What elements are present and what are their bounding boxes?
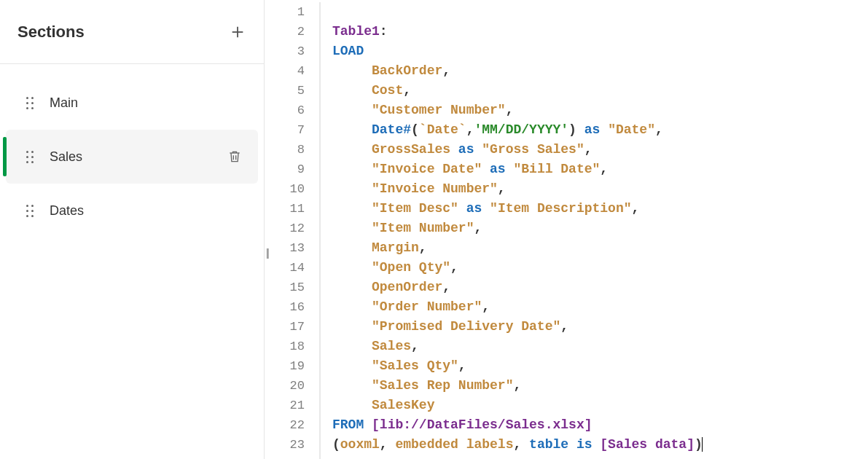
drag-handle-icon[interactable] <box>26 151 34 163</box>
gutter-border <box>319 2 321 459</box>
sidebar-list: Main Sales Dates <box>0 64 264 249</box>
resize-handle-icon[interactable]: || <box>266 247 268 259</box>
line-number-gutter: 1 2 3 4 5 6 7 8 9 10 11 12 13 14 15 16 1… <box>265 2 319 459</box>
drag-handle-icon[interactable] <box>26 205 34 217</box>
sidebar-item-label: Sales <box>50 149 207 165</box>
sidebar-item-label: Dates <box>50 203 246 219</box>
sidebar-item-sales[interactable]: Sales <box>6 130 258 184</box>
token-keyword: LOAD <box>332 44 364 58</box>
sidebar-item-dates[interactable]: Dates <box>6 184 258 238</box>
sidebar-item-label: Main <box>50 95 246 111</box>
code-content[interactable]: Table1: LOAD BackOrder, Cost, "Customer … <box>332 2 821 459</box>
sidebar-title: Sections <box>17 23 85 42</box>
sidebar-item-main[interactable]: Main <box>6 76 258 130</box>
sections-sidebar: Sections Main Sales <box>0 0 265 459</box>
drag-handle-icon[interactable] <box>26 97 34 109</box>
sidebar-header: Sections <box>0 0 264 64</box>
add-section-button[interactable] <box>224 19 251 45</box>
selected-indicator <box>3 137 7 176</box>
token-table: Table1 <box>332 24 380 39</box>
text-cursor <box>702 437 703 452</box>
code-editor[interactable]: 1 2 3 4 5 6 7 8 9 10 11 12 13 14 15 16 1… <box>265 0 868 459</box>
delete-section-button[interactable] <box>223 145 246 168</box>
